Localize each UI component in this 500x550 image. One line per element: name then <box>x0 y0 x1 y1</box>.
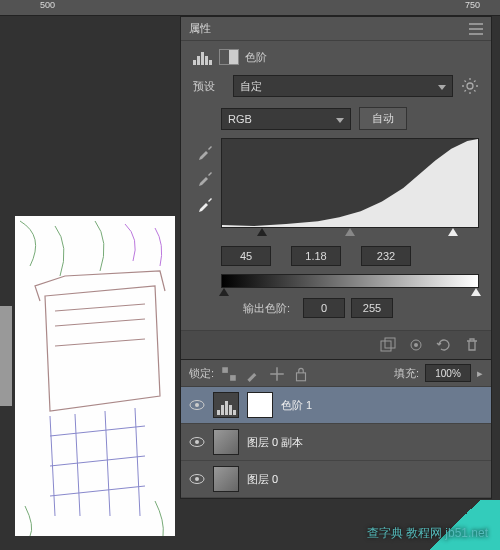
lock-transparent-icon[interactable] <box>220 365 238 381</box>
channel-select[interactable]: RGB <box>221 108 351 130</box>
adjustment-title-row: 色阶 <box>193 49 479 65</box>
preset-row: 预设 自定 <box>193 75 479 97</box>
ruler-tick: 750 <box>465 0 480 10</box>
trash-icon[interactable] <box>463 337 481 353</box>
svg-point-12 <box>195 440 199 444</box>
canvas-area[interactable] <box>0 16 180 550</box>
output-row: 输出色阶: <box>243 298 479 318</box>
lock-pixels-icon[interactable] <box>244 365 262 381</box>
layer-row-levels[interactable]: 色阶 1 <box>181 387 491 424</box>
clip-to-layer-icon[interactable] <box>379 337 397 353</box>
svg-rect-0 <box>15 216 175 536</box>
svg-point-10 <box>195 403 199 407</box>
panel-menu-icon[interactable] <box>469 23 483 35</box>
lock-row: 锁定: 填充: ▸ <box>181 360 491 387</box>
preset-select[interactable]: 自定 <box>233 75 453 97</box>
eyedropper-gray-icon[interactable] <box>197 168 215 186</box>
visibility-icon[interactable] <box>189 472 205 486</box>
eyedropper-black-icon[interactable] <box>197 142 215 160</box>
preset-label: 预设 <box>193 79 225 94</box>
mask-thumbnail[interactable] <box>247 392 273 418</box>
layer-row-copy[interactable]: 图层 0 副本 <box>181 424 491 461</box>
histogram[interactable] <box>221 138 479 228</box>
lock-label: 锁定: <box>189 366 214 381</box>
layer-name: 图层 0 副本 <box>247 435 303 450</box>
output-gradient[interactable] <box>221 274 479 288</box>
input-values-row <box>221 246 479 266</box>
svg-rect-3 <box>385 338 395 348</box>
chevron-down-icon[interactable]: ▸ <box>477 367 483 380</box>
output-black-input[interactable] <box>303 298 345 318</box>
layer-thumbnail[interactable] <box>213 429 239 455</box>
input-slider-track[interactable] <box>221 228 479 240</box>
watermark: 查字典 教程网 jb51.net <box>367 525 488 542</box>
panel-footer <box>181 330 491 359</box>
mask-icon <box>219 49 239 65</box>
output-white-input[interactable] <box>351 298 393 318</box>
svg-rect-7 <box>230 375 236 381</box>
channel-row: RGB 自动 <box>221 107 479 130</box>
output-white-handle[interactable] <box>471 288 481 296</box>
midtones-input[interactable] <box>291 246 341 266</box>
fill-input[interactable] <box>425 364 471 382</box>
visibility-icon[interactable] <box>189 435 205 449</box>
properties-panel: 属性 色阶 预设 自定 RGB 自动 <box>180 16 492 499</box>
eyedropper-group <box>197 138 215 228</box>
shadows-input[interactable] <box>221 246 271 266</box>
output-black-handle[interactable] <box>219 288 229 296</box>
midtone-slider-handle[interactable] <box>345 228 355 236</box>
shadow-slider-handle[interactable] <box>257 228 267 236</box>
svg-rect-8 <box>297 373 306 381</box>
svg-point-5 <box>414 343 418 347</box>
preset-value: 自定 <box>240 79 262 94</box>
svg-rect-2 <box>381 341 391 351</box>
layer-row-base[interactable]: 图层 0 <box>181 461 491 498</box>
channel-value: RGB <box>228 113 252 125</box>
histogram-area <box>197 138 479 228</box>
reset-icon[interactable] <box>435 337 453 353</box>
scrollbar-placeholder <box>0 306 12 406</box>
lock-position-icon[interactable] <box>268 365 286 381</box>
layers-panel: 锁定: 填充: ▸ 色阶 1 图层 0 副本 图层 0 <box>181 359 491 498</box>
adjustment-thumbnail[interactable] <box>213 392 239 418</box>
document-canvas[interactable] <box>15 216 175 536</box>
layer-name: 图层 0 <box>247 472 278 487</box>
auto-button[interactable]: 自动 <box>359 107 407 130</box>
panel-tab-properties[interactable]: 属性 <box>189 21 211 36</box>
svg-point-14 <box>195 477 199 481</box>
highlights-input[interactable] <box>361 246 411 266</box>
panel-header: 属性 <box>181 17 491 41</box>
layer-thumbnail[interactable] <box>213 466 239 492</box>
levels-icon <box>193 49 213 65</box>
eyedropper-white-icon[interactable] <box>197 194 215 212</box>
view-previous-icon[interactable] <box>407 337 425 353</box>
layer-name: 色阶 1 <box>281 398 312 413</box>
adjustment-title: 色阶 <box>245 50 267 65</box>
svg-point-1 <box>467 83 473 89</box>
horizontal-ruler: 500 750 <box>0 0 500 16</box>
gear-icon[interactable] <box>461 77 479 95</box>
fill-label: 填充: <box>394 366 419 381</box>
lock-all-icon[interactable] <box>292 365 310 381</box>
ruler-tick: 500 <box>40 0 55 10</box>
highlight-slider-handle[interactable] <box>448 228 458 236</box>
svg-rect-6 <box>222 367 228 373</box>
visibility-icon[interactable] <box>189 398 205 412</box>
output-label: 输出色阶: <box>243 301 297 316</box>
